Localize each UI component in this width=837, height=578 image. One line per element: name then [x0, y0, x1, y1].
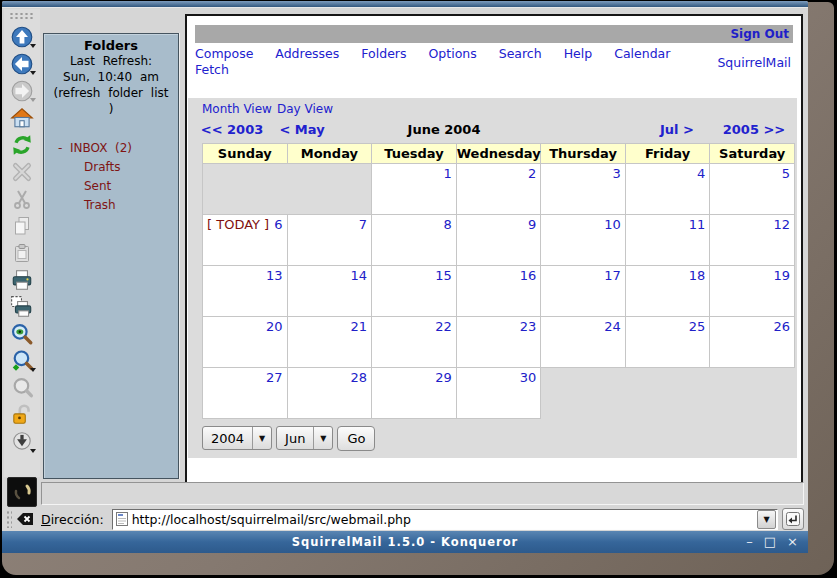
go-location-button[interactable] [782, 508, 804, 530]
calendar-day-cell-26[interactable]: 26 [710, 317, 795, 368]
day-link-27[interactable]: 27 [266, 370, 283, 385]
day-link-25[interactable]: 25 [689, 319, 706, 334]
day-link-29[interactable]: 29 [435, 370, 452, 385]
location-combobox[interactable]: http://localhost/squirrelmail/src/webmai… [112, 509, 778, 530]
up-dropdown-arrow-icon[interactable] [30, 44, 36, 48]
day-view-link[interactable]: Day View [277, 102, 333, 116]
calendar-day-cell-5[interactable]: 5 [710, 164, 795, 215]
day-link-4[interactable]: 4 [697, 166, 705, 181]
refresh-folder-list-link[interactable]: (refresh folder list [44, 85, 178, 101]
day-link-30[interactable]: 30 [520, 370, 537, 385]
day-link-10[interactable]: 10 [604, 217, 621, 232]
nav-link-search[interactable]: Search [499, 46, 542, 62]
prev-year-link[interactable]: << 2003 [201, 122, 264, 137]
calendar-day-cell-9[interactable]: 9 [456, 215, 541, 266]
nav-link-options[interactable]: Options [428, 46, 476, 62]
calendar-day-cell-13[interactable]: 13 [203, 266, 288, 317]
day-link-9[interactable]: 9 [528, 217, 536, 232]
sign-out-link[interactable]: Sign Out [730, 27, 793, 41]
prev-month-link[interactable]: < May [279, 122, 324, 137]
day-link-11[interactable]: 11 [689, 217, 706, 232]
day-link-24[interactable]: 24 [604, 319, 621, 334]
calendar-day-cell-10[interactable]: 10 [541, 215, 626, 266]
day-link-7[interactable]: 7 [359, 217, 367, 232]
toolbar-grip-handle[interactable] [9, 12, 35, 19]
day-link-21[interactable]: 21 [351, 319, 368, 334]
location-toolbar-grip[interactable] [6, 510, 12, 528]
scroll-down-button[interactable] [7, 428, 37, 455]
year-select[interactable]: 2004 ▼ [202, 426, 272, 450]
day-link-13[interactable]: 13 [266, 268, 283, 283]
nav-link-folders[interactable]: Folders [361, 46, 406, 62]
nav-link-help[interactable]: Help [564, 46, 593, 62]
nav-link-calendar[interactable]: Calendar [614, 46, 670, 62]
calendar-day-cell-6[interactable]: [ TODAY ]6 [203, 215, 288, 266]
day-link-18[interactable]: 18 [689, 268, 706, 283]
day-link-15[interactable]: 15 [435, 268, 452, 283]
squirrelmail-link[interactable]: SquirrelMail [717, 55, 791, 70]
refresh-folder-list-link-close[interactable]: ) [44, 101, 178, 117]
go-button[interactable]: Go [337, 426, 375, 451]
calendar-day-cell-1[interactable]: 1 [372, 164, 457, 215]
calendar-day-cell-28[interactable]: 28 [287, 368, 372, 419]
back-button[interactable] [7, 50, 37, 77]
day-link-19[interactable]: 19 [773, 268, 790, 283]
calendar-day-cell-7[interactable]: 7 [287, 215, 372, 266]
calendar-day-cell-22[interactable]: 22 [372, 317, 457, 368]
calendar-day-cell-12[interactable]: 12 [710, 215, 795, 266]
day-link-8[interactable]: 8 [443, 217, 451, 232]
month-select[interactable]: Jun ▼ [276, 426, 333, 450]
minimize-button[interactable]: – [746, 531, 753, 553]
folder-item-inbox[interactable]: - INBOX (2) [58, 139, 178, 158]
calendar-day-cell-30[interactable]: 30 [456, 368, 541, 419]
calendar-day-cell-21[interactable]: 21 [287, 317, 372, 368]
calendar-day-cell-8[interactable]: 8 [372, 215, 457, 266]
find-button[interactable] [7, 320, 37, 347]
url-input[interactable]: http://localhost/squirrelmail/src/webmai… [132, 512, 757, 527]
folder-item-drafts[interactable]: Drafts [58, 158, 178, 177]
month-view-link[interactable]: Month View [202, 102, 272, 116]
calendar-day-cell-17[interactable]: 17 [541, 266, 626, 317]
print-frame-button[interactable] [7, 293, 37, 320]
calendar-day-cell-20[interactable]: 20 [203, 317, 288, 368]
folder-item-trash[interactable]: Trash [58, 196, 178, 215]
day-link-12[interactable]: 12 [773, 217, 790, 232]
calendar-day-cell-18[interactable]: 18 [625, 266, 710, 317]
window-titlebar[interactable]: SquirrelMail 1.5.0 - Konqueror – □ × [2, 531, 808, 553]
next-year-link[interactable]: 2005 >> [723, 122, 786, 137]
nav-link-addresses[interactable]: Addresses [275, 46, 339, 62]
calendar-day-cell-19[interactable]: 19 [710, 266, 795, 317]
back-dropdown-arrow-icon[interactable] [30, 71, 36, 75]
day-link-3[interactable]: 3 [613, 166, 621, 181]
location-dropdown-button[interactable]: ▼ [757, 510, 776, 529]
day-link-23[interactable]: 23 [520, 319, 537, 334]
up-button[interactable] [7, 23, 37, 50]
calendar-day-cell-11[interactable]: 11 [625, 215, 710, 266]
zoom-in-dropdown-arrow-icon[interactable] [30, 368, 36, 372]
day-link-6[interactable]: 6 [274, 217, 282, 232]
folder-item-sent[interactable]: Sent [58, 177, 178, 196]
calendar-day-cell-27[interactable]: 27 [203, 368, 288, 419]
day-link-5[interactable]: 5 [782, 166, 790, 181]
reload-button[interactable] [7, 131, 37, 158]
calendar-day-cell-23[interactable]: 23 [456, 317, 541, 368]
calendar-day-cell-3[interactable]: 3 [541, 164, 626, 215]
day-link-28[interactable]: 28 [351, 370, 368, 385]
day-link-1[interactable]: 1 [443, 166, 451, 181]
maximize-button[interactable]: □ [764, 531, 776, 553]
clear-location-icon[interactable] [16, 511, 35, 527]
calendar-day-cell-29[interactable]: 29 [372, 368, 457, 419]
zoom-in-button[interactable] [7, 347, 37, 374]
calendar-day-cell-24[interactable]: 24 [541, 317, 626, 368]
calendar-day-cell-25[interactable]: 25 [625, 317, 710, 368]
print-button[interactable] [7, 266, 37, 293]
calendar-day-cell-4[interactable]: 4 [625, 164, 710, 215]
calendar-day-cell-2[interactable]: 2 [456, 164, 541, 215]
calendar-day-cell-15[interactable]: 15 [372, 266, 457, 317]
next-month-link[interactable]: Jul > [660, 122, 694, 137]
nav-link-compose[interactable]: Compose [195, 46, 253, 62]
day-link-22[interactable]: 22 [435, 319, 452, 334]
calendar-day-cell-16[interactable]: 16 [456, 266, 541, 317]
day-link-16[interactable]: 16 [520, 268, 537, 283]
scroll-down-dropdown-arrow-icon[interactable] [30, 449, 36, 453]
